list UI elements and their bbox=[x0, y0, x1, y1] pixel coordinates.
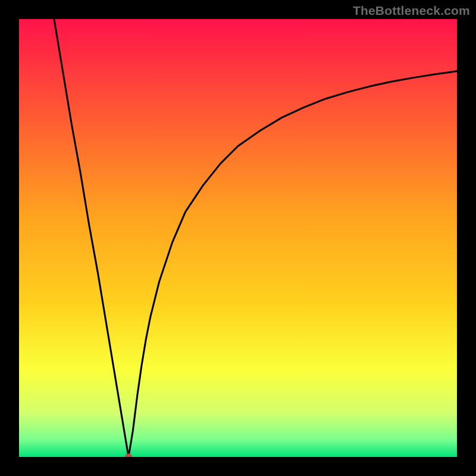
curve-layer bbox=[19, 19, 457, 457]
bottleneck-curve bbox=[54, 19, 457, 457]
minimum-marker-icon bbox=[125, 453, 132, 457]
plot-area bbox=[19, 19, 457, 457]
watermark-text: TheBottleneck.com bbox=[353, 4, 470, 18]
chart-frame: TheBottleneck.com bbox=[0, 0, 476, 476]
